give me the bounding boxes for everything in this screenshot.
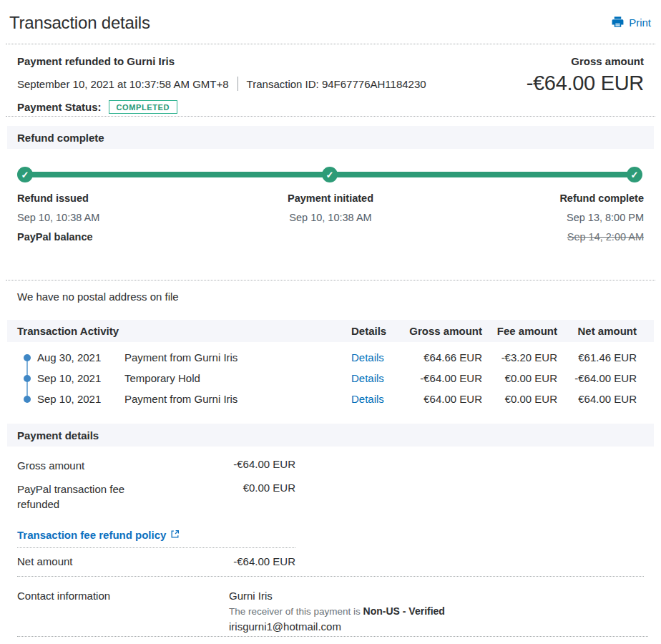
payment-details-title: Payment details (17, 429, 99, 441)
external-link-icon (170, 529, 180, 541)
bottom-divider (17, 636, 648, 637)
summary-title: Payment refunded to Gurni Iris (17, 55, 426, 67)
row-gross: €64.00 EUR (394, 393, 482, 405)
table-row: Sep 10, 2021 Payment from Gurni Iris Det… (17, 389, 637, 409)
refund-section-header: Refund complete (7, 126, 654, 149)
payment-status-label: Payment Status: (17, 101, 102, 113)
summary-divider (6, 116, 655, 117)
check-icon: ✓ (17, 167, 33, 182)
detail-label: Gross amount (17, 458, 150, 473)
step-label: Payment initiated (226, 192, 435, 204)
col-fee: Fee amount (482, 325, 557, 337)
payment-detail-row: PayPal transaction fee refunded €0.00 EU… (17, 482, 295, 512)
details-link[interactable]: Details (351, 351, 394, 364)
step-label: Refund complete (435, 192, 644, 204)
check-icon: ✓ (627, 167, 642, 182)
row-net: €61.46 EUR (557, 351, 637, 364)
detail-value: €0.00 EUR (150, 482, 295, 512)
step-original-eta: Sep 14, 2:00 AM (435, 231, 644, 243)
progress-step-payment-initiated: Payment initiated Sep 10, 10:38 AM (226, 192, 435, 243)
transaction-id: Transaction ID: 94F67776AH1184230 (247, 78, 426, 90)
print-button[interactable]: Print (611, 15, 651, 31)
refund-section-title: Refund complete (17, 132, 104, 144)
row-fee: €0.00 EUR (482, 372, 557, 384)
net-amount-value: -€64.00 EUR (150, 555, 295, 567)
activity-table-header: Transaction Activity Details Gross amoun… (7, 320, 654, 342)
fee-refund-policy-link[interactable]: Transaction fee refund policy (17, 529, 180, 541)
timeline-dot (24, 396, 31, 403)
summary-date: September 10, 2021 at 10:37:58 AM GMT+8 (17, 78, 229, 90)
gross-amount-label: Gross amount (527, 55, 644, 67)
row-date: Sep 10, 2021 (17, 393, 124, 405)
progress-track: ✓ ✓ ✓ (17, 167, 642, 182)
table-row: Sep 10, 2021 Temporary Hold Details -€64… (17, 368, 637, 389)
net-amount-row: Net amount -€64.00 EUR (17, 548, 295, 576)
net-amount-label: Net amount (17, 555, 150, 567)
timeline-dot (24, 375, 31, 382)
row-date: Sep 10, 2021 (17, 372, 124, 384)
print-label: Print (629, 16, 651, 29)
activity-title: Transaction Activity (17, 325, 351, 337)
payment-details-header: Payment details (7, 424, 654, 447)
col-net: Net amount (557, 325, 637, 337)
row-date: Aug 30, 2021 (17, 351, 124, 364)
row-fee: €0.00 EUR (482, 393, 557, 405)
step-label: Refund issued (17, 192, 226, 204)
step-date: Sep 10, 10:38 AM (226, 212, 435, 223)
row-fee: -€3.20 EUR (482, 351, 557, 364)
details-link[interactable]: Details (351, 393, 394, 405)
transaction-summary: Payment refunded to Gurni Iris September… (0, 44, 661, 116)
receiver-prefix: The receiver of this payment is (229, 606, 363, 617)
vertical-separator (238, 77, 238, 91)
row-description: Payment from Gurni Iris (124, 393, 351, 405)
status-badge: COMPLETED (109, 100, 177, 114)
row-gross: €64.66 EUR (394, 351, 482, 364)
row-description: Payment from Gurni Iris (124, 351, 351, 364)
row-net: -€64.00 EUR (557, 372, 637, 384)
row-net: €64.00 EUR (557, 393, 637, 405)
postal-address-note: We have no postal address on file (0, 280, 661, 320)
gross-amount-value: -€64.00 EUR (527, 72, 644, 95)
contact-label: Contact information (17, 590, 229, 633)
row-description: Temporary Hold (124, 372, 351, 384)
page-header: Transaction details Print (0, 0, 661, 44)
row-gross: -€64.00 EUR (394, 372, 482, 384)
payment-details-body: Gross amount -€64.00 EUR PayPal transact… (0, 447, 295, 576)
details-link[interactable]: Details (351, 372, 394, 384)
col-gross: Gross amount (394, 325, 482, 337)
contact-information: Contact information Gurni Iris The recei… (0, 577, 661, 633)
receiver-status-line: The receiver of this payment is Non-US -… (229, 605, 445, 617)
check-icon: ✓ (322, 167, 338, 182)
progress-step-refund-complete: Refund complete Sep 13, 8:00 PM Sep 14, … (435, 192, 644, 243)
col-details: Details (351, 325, 394, 337)
printer-icon (611, 15, 625, 31)
step-source: PayPal balance (17, 231, 226, 243)
detail-label: PayPal transaction fee refunded (17, 482, 150, 512)
contact-email: irisgurni1@hotmail.com (229, 620, 445, 633)
policy-link-label: Transaction fee refund policy (17, 529, 166, 541)
progress-step-refund-issued: Refund issued Sep 10, 10:38 AM PayPal ba… (17, 192, 226, 243)
detail-value: -€64.00 EUR (150, 458, 295, 473)
table-row: Aug 30, 2021 Payment from Gurni Iris Det… (17, 347, 637, 368)
refund-progress: ✓ ✓ ✓ Refund issued Sep 10, 10:38 AM Pay… (0, 167, 661, 280)
timeline-dot (24, 354, 31, 361)
contact-name: Gurni Iris (229, 590, 445, 602)
step-date: Sep 10, 10:38 AM (17, 212, 226, 223)
payment-detail-row: Gross amount -€64.00 EUR (17, 458, 295, 473)
step-date: Sep 13, 8:00 PM (435, 212, 644, 223)
receiver-status: Non-US - Verified (363, 605, 445, 617)
activity-table-body: Aug 30, 2021 Payment from Gurni Iris Det… (17, 342, 637, 416)
page-title: Transaction details (9, 13, 150, 33)
